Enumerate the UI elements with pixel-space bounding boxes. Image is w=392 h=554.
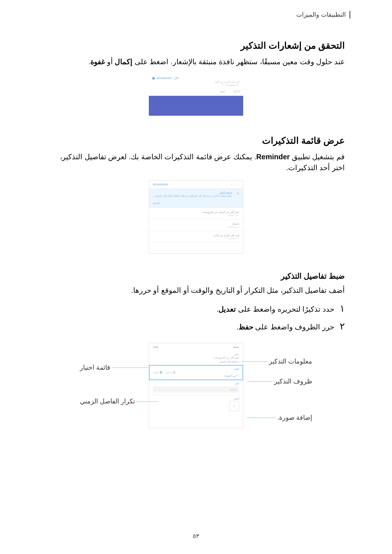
save-button-label: حفظ xyxy=(233,345,239,349)
close-icon: × xyxy=(237,192,239,197)
add-image-box: + xyxy=(229,401,239,411)
repeat-label: تكرار xyxy=(153,382,239,385)
section-title-list: عرض قائمة التذكيرات xyxy=(47,135,345,146)
text: حدد تذكيرًا لتحريره واضغط على xyxy=(236,305,334,313)
callout-add-image: إضافة صورة. xyxy=(277,414,312,422)
cancel-button-label: إلغاء xyxy=(153,345,158,349)
callout-interval: تكرار الفاصل الزمني xyxy=(80,397,135,405)
reminder-title-value: عمل أكبر من الفروسيات xyxy=(153,356,239,359)
search-icon: ⌕ xyxy=(231,183,233,186)
notif-action-snooze: غفوة xyxy=(220,90,225,93)
notif-content: الرد على البريد من أحمد xyxy=(152,81,240,83)
start-button: البداية xyxy=(149,200,243,208)
step-number: ١ xyxy=(340,303,345,314)
text: حرر الظروف واضغط على xyxy=(253,323,334,331)
memo-hint: + إضافة قائمة الفحص xyxy=(153,360,239,363)
page-header: التطبيقات والميزات xyxy=(47,11,350,19)
list-item-3-sub: ٢٠ سبتمبر ٢٠١٨ xyxy=(153,237,239,239)
section-title-notifications: التحقق من إشعارات التذكير xyxy=(47,40,345,51)
image-label: الصور xyxy=(153,397,239,400)
step-number: ٢ xyxy=(340,321,345,332)
radio-icon xyxy=(173,371,175,374)
text: أو xyxy=(105,58,115,66)
banner-title: إضافة أماكن xyxy=(153,192,232,194)
list-item-3-title: الرد على البريد من أحمد xyxy=(153,234,239,237)
bold-edit: تعديل xyxy=(219,305,236,313)
notif-app: REMINDER xyxy=(156,77,172,80)
section1-body: عند حلول وقت معين مسبقًا، ستظهر نافذة من… xyxy=(47,56,345,67)
edit-reminder-screenshot: حفظ إلغاء تذكير عمل أكبر من الفروسيات + … xyxy=(80,343,312,441)
list-title: REMINDER xyxy=(153,183,168,186)
step-2: ٢ حرر الظروف واضغط على حفظ. xyxy=(47,321,345,332)
repeat-value: لا شيء xyxy=(153,386,239,393)
section3-body: أضف تفاصيل التذكير، مثل التكرار أو التار… xyxy=(47,285,345,296)
step-1: ١ حدد تذكيرًا لتحريره واضغط على تعديل. xyxy=(47,303,345,314)
notif-time: الآن xyxy=(174,77,179,80)
time-label: الوقت xyxy=(153,368,239,370)
notification-screenshot: الآن REMINDER الرد على البريد من أحمد ٢٠… xyxy=(47,74,345,117)
bold-snooze: غفوة xyxy=(90,58,105,66)
notif-action-complete: إكمال xyxy=(233,90,240,93)
radio-icon-selected xyxy=(160,371,162,374)
notif-sub: ٢٠ سبتمبر ٢٠١٨ xyxy=(152,83,240,86)
callout-checklist: قائمة اختيار xyxy=(80,364,110,372)
callout-conditions: ظروف التذكير xyxy=(274,377,312,385)
bold-complete: إكمال xyxy=(115,58,132,66)
callout-info: معلومات التذكير xyxy=(269,357,312,365)
radio-place: المكان xyxy=(166,371,172,374)
page-number: ٥٣ xyxy=(193,533,199,539)
app-icon xyxy=(152,77,155,79)
list-item-1-title: عمل أكبر من المنزل من الفروسيات xyxy=(153,211,239,214)
reminder-label: تذكير xyxy=(153,353,239,356)
list-item-2-sub: لا من الموعد xyxy=(153,225,239,228)
more-icon: ⋮ xyxy=(236,183,239,186)
banner-text: سلف إنشاء تذكيرات مرتبطة إلى المواقع من … xyxy=(153,194,232,197)
list-item-1-sub: لا من الموعد xyxy=(153,214,239,216)
bold-reminder-app: Reminder xyxy=(256,153,290,161)
radio-time: الوقت xyxy=(153,371,159,374)
time-value: ٢٠ من الموعد xyxy=(153,374,239,377)
section2-body: قم بتشغيل تطبيق Reminder. يمكنك عرض قائم… xyxy=(47,151,345,173)
list-item-2-title: نصيحة xyxy=(153,222,239,225)
subsection-title-details: ضبط تفاصيل التذكير xyxy=(47,272,345,280)
text: قم بتشغيل تطبيق xyxy=(290,153,345,161)
text: عند حلول وقت معين مسبقًا، ستظهر نافذة من… xyxy=(132,58,345,66)
reminder-list-screenshot: ⋮⌕ REMINDER × إضافة أماكن سلف إنشاء تذكي… xyxy=(47,180,345,254)
bold-save: حفظ xyxy=(238,323,253,331)
